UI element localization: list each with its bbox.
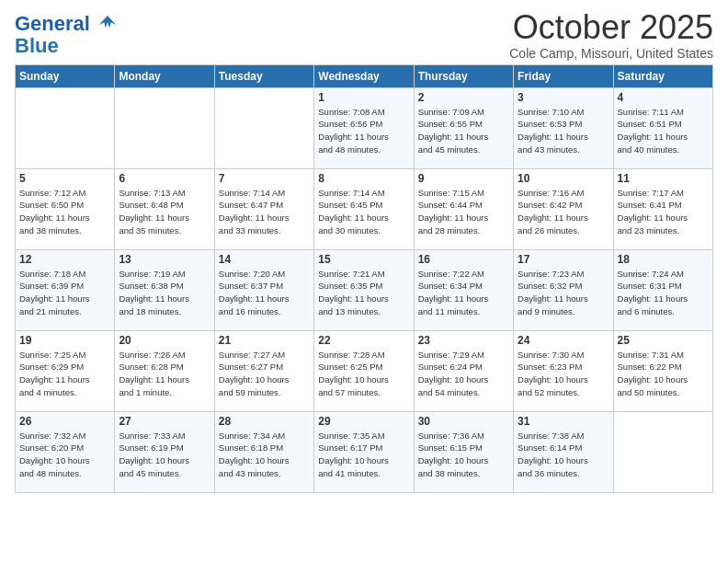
logo: General Blue bbox=[15, 13, 118, 57]
day-number: 25 bbox=[618, 334, 709, 347]
day-info: Sunrise: 7:18 AM Sunset: 6:39 PM Dayligh… bbox=[19, 268, 110, 318]
table-row bbox=[613, 411, 712, 492]
day-info: Sunrise: 7:31 AM Sunset: 6:22 PM Dayligh… bbox=[618, 349, 709, 399]
logo-bird-icon bbox=[97, 13, 118, 33]
day-info: Sunrise: 7:34 AM Sunset: 6:18 PM Dayligh… bbox=[219, 430, 310, 480]
col-tuesday: Tuesday bbox=[214, 64, 313, 87]
day-number: 17 bbox=[518, 253, 609, 266]
day-number: 24 bbox=[518, 334, 609, 347]
day-number: 13 bbox=[119, 253, 210, 266]
logo-blue: Blue bbox=[15, 35, 118, 57]
calendar-week-row: 19Sunrise: 7:25 AM Sunset: 6:29 PM Dayli… bbox=[16, 330, 713, 411]
table-row bbox=[16, 87, 115, 168]
day-number: 27 bbox=[119, 415, 210, 428]
calendar-week-row: 5Sunrise: 7:12 AM Sunset: 6:50 PM Daylig… bbox=[16, 168, 713, 249]
table-row: 25Sunrise: 7:31 AM Sunset: 6:22 PM Dayli… bbox=[613, 330, 712, 411]
day-info: Sunrise: 7:14 AM Sunset: 6:47 PM Dayligh… bbox=[219, 187, 310, 237]
location: Cole Camp, Missouri, United States bbox=[509, 46, 713, 61]
day-info: Sunrise: 7:25 AM Sunset: 6:29 PM Dayligh… bbox=[19, 349, 110, 399]
col-wednesday: Wednesday bbox=[314, 64, 414, 87]
logo-general: General bbox=[15, 12, 90, 35]
day-number: 29 bbox=[318, 415, 409, 428]
day-number: 26 bbox=[19, 415, 110, 428]
table-row: 18Sunrise: 7:24 AM Sunset: 6:31 PM Dayli… bbox=[613, 249, 712, 330]
table-row: 14Sunrise: 7:20 AM Sunset: 6:37 PM Dayli… bbox=[214, 249, 313, 330]
day-number: 8 bbox=[318, 172, 409, 185]
calendar-week-row: 12Sunrise: 7:18 AM Sunset: 6:39 PM Dayli… bbox=[16, 249, 713, 330]
table-row: 4Sunrise: 7:11 AM Sunset: 6:51 PM Daylig… bbox=[613, 87, 712, 168]
day-info: Sunrise: 7:08 AM Sunset: 6:56 PM Dayligh… bbox=[318, 106, 409, 156]
page-container: General Blue October 2025 Cole Camp, Mis… bbox=[0, 0, 728, 502]
day-info: Sunrise: 7:19 AM Sunset: 6:38 PM Dayligh… bbox=[119, 268, 210, 318]
table-row: 6Sunrise: 7:13 AM Sunset: 6:48 PM Daylig… bbox=[115, 168, 214, 249]
day-number: 20 bbox=[119, 334, 210, 347]
table-row: 19Sunrise: 7:25 AM Sunset: 6:29 PM Dayli… bbox=[16, 330, 115, 411]
table-row: 1Sunrise: 7:08 AM Sunset: 6:56 PM Daylig… bbox=[314, 87, 414, 168]
day-number: 21 bbox=[219, 334, 310, 347]
col-friday: Friday bbox=[514, 64, 613, 87]
col-monday: Monday bbox=[115, 64, 214, 87]
table-row: 29Sunrise: 7:35 AM Sunset: 6:17 PM Dayli… bbox=[314, 411, 414, 492]
day-number: 16 bbox=[418, 253, 509, 266]
col-saturday: Saturday bbox=[613, 64, 712, 87]
day-info: Sunrise: 7:27 AM Sunset: 6:27 PM Dayligh… bbox=[219, 349, 310, 399]
day-info: Sunrise: 7:11 AM Sunset: 6:51 PM Dayligh… bbox=[618, 106, 709, 156]
table-row: 28Sunrise: 7:34 AM Sunset: 6:18 PM Dayli… bbox=[214, 411, 313, 492]
table-row: 17Sunrise: 7:23 AM Sunset: 6:32 PM Dayli… bbox=[514, 249, 613, 330]
col-thursday: Thursday bbox=[414, 64, 513, 87]
calendar-week-row: 1Sunrise: 7:08 AM Sunset: 6:56 PM Daylig… bbox=[16, 87, 713, 168]
day-info: Sunrise: 7:14 AM Sunset: 6:45 PM Dayligh… bbox=[318, 187, 409, 237]
day-info: Sunrise: 7:16 AM Sunset: 6:42 PM Dayligh… bbox=[518, 187, 609, 237]
table-row: 9Sunrise: 7:15 AM Sunset: 6:44 PM Daylig… bbox=[414, 168, 513, 249]
day-info: Sunrise: 7:26 AM Sunset: 6:28 PM Dayligh… bbox=[119, 349, 210, 399]
table-row: 30Sunrise: 7:36 AM Sunset: 6:15 PM Dayli… bbox=[414, 411, 513, 492]
col-sunday: Sunday bbox=[16, 64, 115, 87]
table-row: 16Sunrise: 7:22 AM Sunset: 6:34 PM Dayli… bbox=[414, 249, 513, 330]
table-row: 31Sunrise: 7:38 AM Sunset: 6:14 PM Dayli… bbox=[514, 411, 613, 492]
day-number: 31 bbox=[518, 415, 609, 428]
table-row: 2Sunrise: 7:09 AM Sunset: 6:55 PM Daylig… bbox=[414, 87, 513, 168]
table-row: 26Sunrise: 7:32 AM Sunset: 6:20 PM Dayli… bbox=[16, 411, 115, 492]
day-info: Sunrise: 7:17 AM Sunset: 6:41 PM Dayligh… bbox=[618, 187, 709, 237]
day-info: Sunrise: 7:15 AM Sunset: 6:44 PM Dayligh… bbox=[418, 187, 509, 237]
month-title: October 2025 bbox=[509, 9, 713, 46]
table-row: 22Sunrise: 7:28 AM Sunset: 6:25 PM Dayli… bbox=[314, 330, 414, 411]
day-info: Sunrise: 7:12 AM Sunset: 6:50 PM Dayligh… bbox=[19, 187, 110, 237]
day-info: Sunrise: 7:30 AM Sunset: 6:23 PM Dayligh… bbox=[518, 349, 609, 399]
day-number: 3 bbox=[518, 91, 609, 104]
day-number: 5 bbox=[19, 172, 110, 185]
day-info: Sunrise: 7:28 AM Sunset: 6:25 PM Dayligh… bbox=[318, 349, 409, 399]
day-number: 2 bbox=[418, 91, 509, 104]
calendar-week-row: 26Sunrise: 7:32 AM Sunset: 6:20 PM Dayli… bbox=[16, 411, 713, 492]
day-number: 23 bbox=[418, 334, 509, 347]
table-row: 27Sunrise: 7:33 AM Sunset: 6:19 PM Dayli… bbox=[115, 411, 214, 492]
day-info: Sunrise: 7:10 AM Sunset: 6:53 PM Dayligh… bbox=[518, 106, 609, 156]
day-info: Sunrise: 7:24 AM Sunset: 6:31 PM Dayligh… bbox=[618, 268, 709, 318]
day-number: 7 bbox=[219, 172, 310, 185]
svg-marker-0 bbox=[99, 16, 117, 28]
day-number: 9 bbox=[418, 172, 509, 185]
day-number: 19 bbox=[19, 334, 110, 347]
day-number: 18 bbox=[618, 253, 709, 266]
day-info: Sunrise: 7:09 AM Sunset: 6:55 PM Dayligh… bbox=[418, 106, 509, 156]
day-info: Sunrise: 7:20 AM Sunset: 6:37 PM Dayligh… bbox=[219, 268, 310, 318]
table-row: 21Sunrise: 7:27 AM Sunset: 6:27 PM Dayli… bbox=[214, 330, 313, 411]
day-info: Sunrise: 7:21 AM Sunset: 6:35 PM Dayligh… bbox=[318, 268, 409, 318]
table-row: 20Sunrise: 7:26 AM Sunset: 6:28 PM Dayli… bbox=[115, 330, 214, 411]
table-row: 24Sunrise: 7:30 AM Sunset: 6:23 PM Dayli… bbox=[514, 330, 613, 411]
day-info: Sunrise: 7:22 AM Sunset: 6:34 PM Dayligh… bbox=[418, 268, 509, 318]
day-info: Sunrise: 7:33 AM Sunset: 6:19 PM Dayligh… bbox=[119, 430, 210, 480]
day-info: Sunrise: 7:36 AM Sunset: 6:15 PM Dayligh… bbox=[418, 430, 509, 480]
day-number: 12 bbox=[19, 253, 110, 266]
day-info: Sunrise: 7:29 AM Sunset: 6:24 PM Dayligh… bbox=[418, 349, 509, 399]
table-row bbox=[214, 87, 313, 168]
day-info: Sunrise: 7:38 AM Sunset: 6:14 PM Dayligh… bbox=[518, 430, 609, 480]
day-number: 4 bbox=[618, 91, 709, 104]
day-info: Sunrise: 7:32 AM Sunset: 6:20 PM Dayligh… bbox=[19, 430, 110, 480]
table-row: 12Sunrise: 7:18 AM Sunset: 6:39 PM Dayli… bbox=[16, 249, 115, 330]
day-info: Sunrise: 7:13 AM Sunset: 6:48 PM Dayligh… bbox=[119, 187, 210, 237]
day-number: 6 bbox=[119, 172, 210, 185]
table-row: 8Sunrise: 7:14 AM Sunset: 6:45 PM Daylig… bbox=[314, 168, 414, 249]
header: General Blue October 2025 Cole Camp, Mis… bbox=[15, 9, 713, 61]
day-number: 30 bbox=[418, 415, 509, 428]
